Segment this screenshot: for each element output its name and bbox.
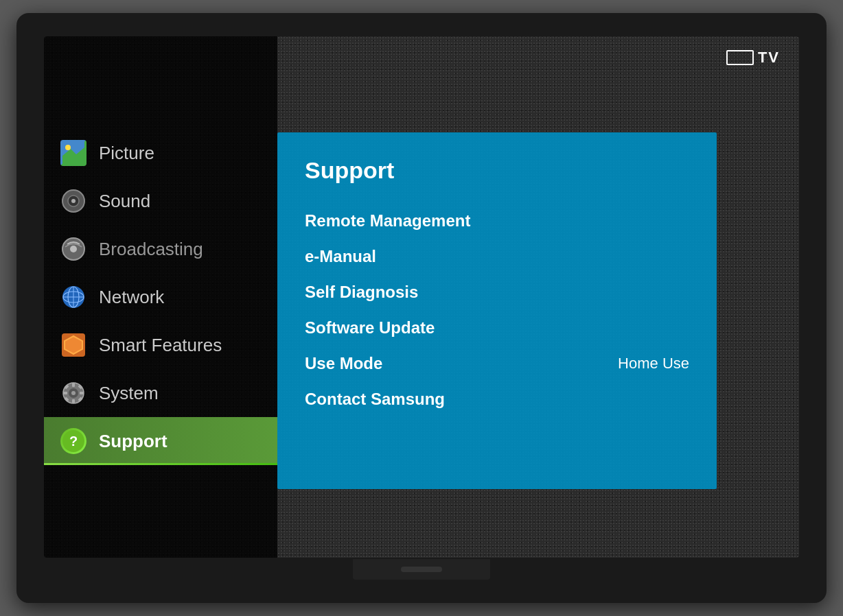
support-icon: ? [60, 428, 86, 454]
svg-marker-14 [65, 336, 82, 354]
sidebar-label-network: Network [99, 287, 164, 308]
picture-icon [60, 140, 86, 166]
software-update-label: Software Update [305, 318, 435, 337]
menu-item-remote-management[interactable]: Remote Management [305, 203, 689, 239]
sidebar-label-broadcasting: Broadcasting [99, 239, 203, 260]
self-diagnosis-label: Self Diagnosis [305, 283, 418, 302]
svg-point-17 [71, 391, 76, 395]
menu-item-self-diagnosis[interactable]: Self Diagnosis [305, 274, 689, 310]
sound-icon [60, 188, 86, 214]
tv-stand [353, 559, 490, 580]
sidebar-item-network[interactable]: Network [44, 273, 277, 321]
tv-logo-text: TV [758, 49, 780, 67]
svg-rect-21 [80, 392, 84, 394]
e-manual-label: e-Manual [305, 247, 376, 266]
menu-item-use-mode[interactable]: Use Mode Home Use [305, 346, 689, 381]
sidebar-item-system[interactable]: System [44, 369, 277, 417]
support-panel: Support Remote Management e-Manual Self … [277, 132, 717, 489]
sidebar-item-smart-features[interactable]: Smart Features [44, 321, 277, 369]
tv-logo: TV [726, 49, 780, 67]
support-panel-title: Support [305, 157, 689, 184]
sidebar-label-picture: Picture [99, 143, 154, 164]
sidebar-label-sound: Sound [99, 191, 150, 212]
use-mode-label: Use Mode [305, 354, 382, 373]
svg-rect-19 [72, 399, 75, 403]
menu-item-software-update[interactable]: Software Update [305, 310, 689, 346]
sidebar-item-broadcasting[interactable]: Broadcasting [44, 225, 277, 273]
svg-rect-18 [72, 383, 75, 387]
svg-point-5 [71, 199, 76, 203]
svg-point-2 [65, 145, 71, 150]
svg-text:?: ? [69, 434, 78, 449]
tv-screen: TV Picture [44, 36, 799, 558]
sidebar-label-support: Support [99, 431, 168, 452]
svg-point-7 [70, 246, 77, 252]
active-indicator [44, 463, 277, 465]
contact-samsung-label: Contact Samsung [305, 390, 445, 409]
sidebar: Picture Sound [44, 36, 277, 558]
tv-outer: TV Picture [16, 13, 827, 603]
sidebar-label-system: System [99, 383, 159, 404]
sidebar-item-picture[interactable]: Picture [44, 129, 277, 177]
svg-rect-20 [63, 392, 67, 394]
broadcasting-icon [60, 236, 86, 262]
remote-management-label: Remote Management [305, 211, 470, 230]
system-icon [60, 380, 86, 406]
sidebar-item-sound[interactable]: Sound [44, 177, 277, 225]
menu-item-e-manual[interactable]: e-Manual [305, 239, 689, 274]
smart-features-icon [60, 332, 86, 358]
sidebar-label-smart-features: Smart Features [99, 335, 222, 356]
use-mode-value: Home Use [618, 355, 689, 372]
tv-logo-rect [726, 50, 754, 65]
sidebar-item-support[interactable]: ? Support [44, 417, 277, 465]
tv-stand-center [401, 567, 442, 572]
menu-item-contact-samsung[interactable]: Contact Samsung [305, 381, 689, 417]
network-icon [60, 284, 86, 310]
